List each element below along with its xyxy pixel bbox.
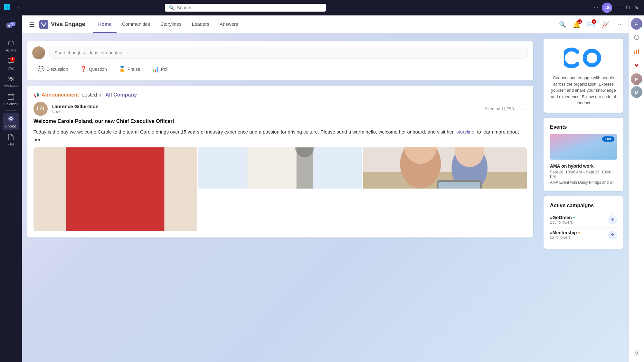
right-panel-refresh[interactable]: [630, 31, 643, 44]
notifications-badge: 12: [577, 19, 582, 24]
live-badge: Live: [602, 136, 614, 142]
post-title: Welcome Carole Poland, our new Chief Exe…: [33, 118, 527, 124]
composer-input[interactable]: Share thoughts, ideas, or updates: [49, 47, 528, 59]
chat-label: Chat: [7, 67, 14, 70]
community-desc: Connect and engage with people across th…: [550, 75, 617, 106]
search-bar: 🔍: [165, 4, 326, 12]
teams-icon: [7, 75, 14, 84]
maximize-button[interactable]: □: [625, 4, 631, 12]
sidebar-item-chat[interactable]: 1 Chat: [3, 55, 19, 72]
activity-label: Activity: [6, 49, 16, 52]
svg-point-37: [634, 35, 639, 40]
sidebar-item-engage[interactable]: Engage: [3, 113, 19, 130]
nav-item-communities[interactable]: Communities: [117, 16, 155, 33]
event-item: Live AMA on hybrid work Sept 28, 10:00 A…: [550, 134, 617, 185]
analytics-button[interactable]: 📈: [600, 19, 611, 30]
add-gogreen-button[interactable]: +: [608, 215, 617, 224]
svg-rect-40: [638, 49, 639, 54]
author-name[interactable]: Laurence Gilbertson: [52, 104, 481, 109]
files-icon: [7, 133, 14, 142]
calendar-icon: [7, 93, 14, 102]
post-image-1: [33, 147, 197, 231]
notifications-button[interactable]: 🔔 12: [571, 19, 582, 30]
analytics-icon: 📈: [601, 21, 610, 28]
more-sidebar-button[interactable]: ···: [6, 149, 16, 162]
post-image-2: [198, 147, 362, 189]
svg-point-14: [10, 118, 12, 120]
right-panel-avatar-2[interactable]: P: [631, 73, 642, 85]
user-avatar[interactable]: LG: [602, 3, 612, 13]
sidebar-item-activity[interactable]: Activity: [3, 37, 19, 54]
poll-button[interactable]: 📊 Poll: [147, 63, 173, 75]
praise-label: Praise: [128, 67, 140, 72]
svg-rect-2: [4, 7, 7, 10]
svg-rect-19: [66, 147, 165, 231]
discussion-label: Discussion: [46, 67, 68, 72]
sidebar-divider: [6, 110, 16, 111]
post-more-button[interactable]: ⋯: [518, 104, 527, 114]
search-button[interactable]: 🔍: [557, 19, 568, 30]
svg-point-35: [585, 51, 599, 65]
right-panel-gear[interactable]: [630, 347, 643, 359]
search-icon: 🔍: [169, 5, 174, 10]
svg-rect-34: [439, 182, 480, 189]
more-nav-button[interactable]: ···: [614, 19, 623, 30]
community-logo: [564, 45, 603, 71]
heart-icon: ❤: [634, 63, 639, 69]
community-link[interactable]: All Company: [105, 92, 137, 97]
question-icon: ❓: [80, 66, 87, 73]
storyline-link[interactable]: storyline: [456, 129, 474, 135]
post-body-part1: Today is the day we welcome Carole to th…: [33, 129, 454, 135]
events-section-title: Events: [550, 124, 617, 130]
activity-icon: [7, 39, 14, 48]
question-button[interactable]: ❓ Question: [75, 63, 112, 75]
close-button[interactable]: ✕: [633, 4, 640, 12]
messages-button[interactable]: ✉️ 5: [585, 19, 597, 30]
right-sidebar: Connect and engage with people across th…: [538, 33, 629, 362]
nav-buttons: ‹ ›: [15, 4, 31, 12]
nav-item-answers[interactable]: Answers: [214, 16, 243, 33]
svg-text:M: M: [8, 25, 10, 27]
sidebar-item-calendar[interactable]: Calendar: [3, 91, 19, 108]
right-panel-heart[interactable]: ❤: [630, 59, 643, 72]
right-panel-avatar-1[interactable]: A: [631, 18, 642, 30]
engage-icon: [7, 115, 14, 124]
sidebar-item-teams[interactable]: 883 Teams: [3, 73, 19, 90]
right-panel-avatar-3[interactable]: D: [631, 86, 642, 98]
viva-nav-right: 🔍 🔔 12 ✉️ 5 📈 ···: [557, 19, 623, 30]
search-input[interactable]: [177, 5, 322, 10]
campaign-item-mentorship: #Mentorship ● 52 followers +: [550, 227, 617, 242]
sidebar-item-files[interactable]: Files: [3, 131, 19, 148]
post-images: [33, 147, 527, 231]
more-options-button[interactable]: ···: [592, 4, 599, 12]
add-mentorship-button[interactable]: +: [608, 230, 617, 239]
nav-item-home[interactable]: Home: [93, 16, 117, 33]
teams-logo[interactable]: T M: [3, 18, 19, 33]
minimize-button[interactable]: —: [615, 4, 622, 12]
app-container: T M Activity 1 Chat: [0, 15, 644, 362]
campaign-name-gogreen: #GoGreen ●: [550, 215, 605, 220]
messages-badge: 5: [592, 19, 596, 24]
right-panel-chart[interactable]: [630, 45, 643, 58]
hamburger-button[interactable]: ☰: [27, 19, 37, 30]
status-dot: [609, 10, 612, 13]
svg-point-10: [11, 77, 13, 79]
svg-rect-0: [4, 4, 7, 7]
post-card: 📢 Announcement posted in All Company LG …: [27, 86, 533, 237]
campaign-info-gogreen: #GoGreen ● 235 followers: [550, 215, 605, 225]
event-attendees: AMA Event with Daisy Phillips and 3+: [550, 180, 617, 185]
campaign-followers-gogreen: 235 followers: [550, 220, 605, 225]
nav-item-storylines[interactable]: Storylines: [155, 16, 187, 33]
nav-back-button[interactable]: ‹: [15, 4, 22, 12]
nav-item-leaders[interactable]: Leaders: [187, 16, 214, 33]
praise-button[interactable]: 🏅 Praise: [113, 63, 146, 75]
event-title[interactable]: AMA on hybrid work: [550, 163, 617, 169]
campaign-followers-mentorship: 52 followers: [550, 235, 605, 240]
engage-label: Engage: [5, 125, 16, 128]
calendar-label: Calendar: [5, 102, 18, 106]
viva-nav: Home Communities Storylines Leaders Answ…: [93, 16, 243, 33]
svg-rect-3: [7, 7, 10, 10]
discussion-button[interactable]: 💬 Discussion: [32, 63, 73, 75]
nav-forward-button[interactable]: ›: [24, 4, 30, 12]
content-left: Share thoughts, ideas, or updates 💬 Disc…: [22, 33, 538, 362]
